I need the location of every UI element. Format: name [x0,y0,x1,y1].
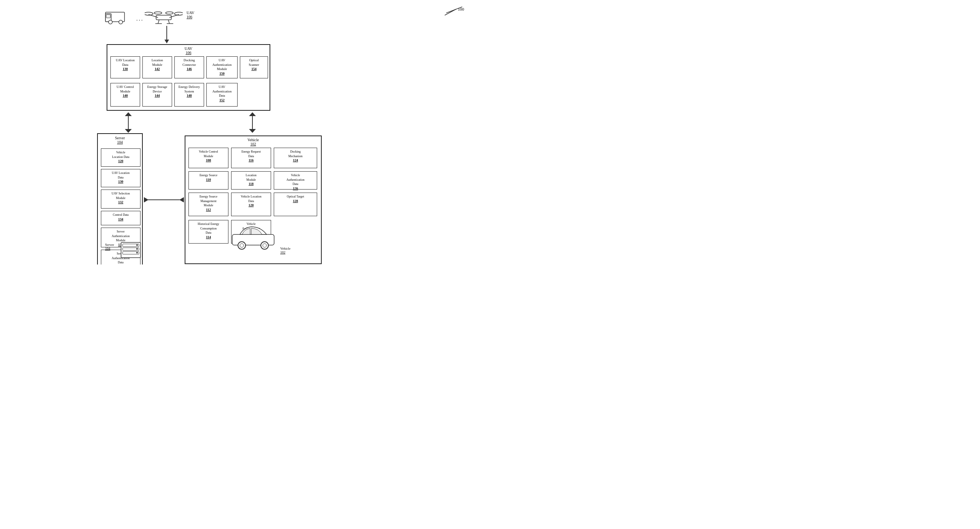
mod-energy-storage-device: Energy StorageDevice 144 [142,83,172,107]
svg-point-4 [119,20,123,24]
svg-marker-21 [125,129,132,133]
svg-line-13 [158,20,159,24]
mod-uav-location-data: UAV LocationData 130 [110,56,140,78]
mod-optical-scanner: OpticalScanner 154 [240,56,268,78]
svg-point-12 [166,12,173,14]
mod-vehicle-control: Vehicle ControlModule 108 [188,148,228,168]
svg-point-3 [109,20,112,24]
svg-line-41 [446,7,462,13]
svg-marker-18 [164,40,169,43]
mod-energy-source: Energy Source 110 [188,171,228,190]
svg-point-33 [136,248,138,250]
uav-top-label: UAV 106 [187,11,194,19]
server-bottom-illustration [120,242,141,260]
mod-uav-loc-data-srv: UAV LocationData 130 [101,169,140,187]
server-bottom-label: Server 104 [105,243,114,250]
svg-point-32 [136,244,138,246]
svg-point-38 [240,244,244,247]
diagram-container: 100 ... [0,0,490,264]
mod-historical-energy: Historical EnergyConsumptionData 114 [188,220,228,244]
svg-point-11 [154,12,162,14]
mod-uav-selection: UAV SelectionModule 132 [101,190,140,209]
mod-vehicle-loc-data: VehicleLocation Data 120 [101,148,140,167]
svg-marker-24 [249,129,256,133]
arrow-server-vehicle [144,194,184,207]
svg-rect-6 [156,15,171,20]
mod-energy-source-mgmt: Energy SourceManagementModule 112 [188,193,228,216]
mod-location-module-118: LocationModule 118 [231,171,271,190]
svg-marker-27 [179,197,184,202]
arrow-uav-vehicle [247,112,258,135]
svg-rect-5 [106,14,110,18]
mod-uav-control-module: UAV ControlModule 140 [110,83,140,107]
uav-illustration [145,7,183,27]
arrow-uav-server [123,112,134,135]
arrow-uav-down [163,26,171,46]
mod-uav-auth-data: UAVAuthenticationData 152 [206,83,238,107]
mod-optical-target: Optical Target 128 [274,193,317,216]
vehicle-bottom-label: Vehicle 102 [280,247,290,254]
server-box-label: Server104 [98,136,142,144]
mod-energy-delivery-system: Energy DeliverySystem 148 [174,83,204,107]
dots: ... [136,16,144,22]
svg-point-34 [136,252,138,253]
mod-control-data: Control Data 134 [101,211,140,225]
mod-docking-connector: DockingConnector 146 [174,56,204,78]
mod-uav-auth-module-150: UAVAuthenticationModule 150 [206,56,238,78]
mod-energy-request: Energy RequestData 116 [231,148,271,168]
mod-location-module-142: LocationModule 142 [142,56,172,78]
truck-illustration [105,8,135,27]
mod-vehicle-auth-data: VehicleAuthenticationData 126 [274,171,317,190]
svg-line-14 [168,20,169,24]
vehicle-bottom-illustration [228,224,278,252]
mod-docking-mechanism: DockingMechanism 124 [274,148,317,168]
uav-box-label: UAV 106 [107,46,270,55]
vehicle-box-label: Vehicle102 [185,138,321,146]
mod-vehicle-loc-data-v: Vehicle LocationData 120 [231,193,271,216]
uav-system-box: UAV 106 UAV LocationData 130 LocationMod… [107,44,270,111]
svg-point-40 [263,244,267,247]
